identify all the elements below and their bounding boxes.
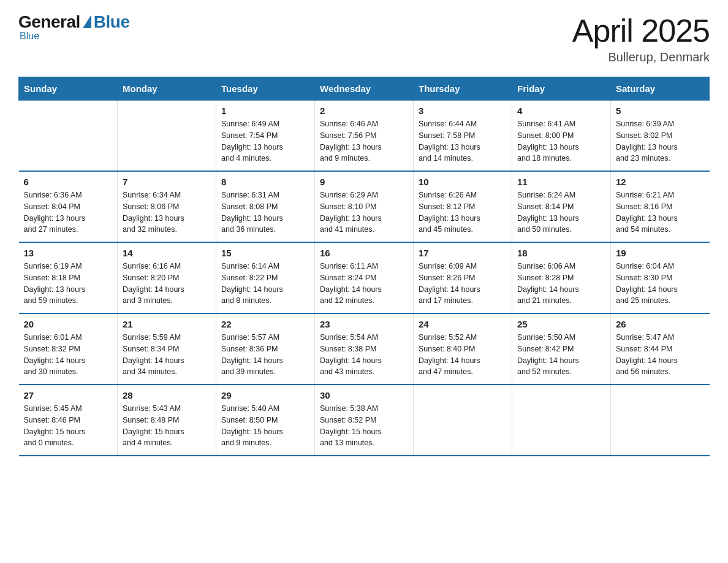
calendar-cell: 11Sunrise: 6:24 AM Sunset: 8:14 PM Dayli… [512, 171, 611, 242]
day-number: 29 [221, 390, 309, 400]
day-number: 3 [419, 105, 507, 116]
day-header-monday: Monday [118, 77, 216, 101]
day-header-friday: Friday [512, 77, 611, 101]
calendar-cell: 4Sunrise: 6:41 AM Sunset: 8:00 PM Daylig… [512, 101, 611, 172]
day-number: 10 [419, 177, 507, 187]
calendar-cell: 6Sunrise: 6:36 AM Sunset: 8:04 PM Daylig… [19, 171, 118, 242]
logo-line2-text: Blue [20, 31, 39, 42]
calendar-cell: 3Sunrise: 6:44 AM Sunset: 7:58 PM Daylig… [414, 101, 512, 172]
day-info: Sunrise: 5:59 AM Sunset: 8:34 PM Dayligh… [123, 332, 211, 378]
day-info: Sunrise: 6:39 AM Sunset: 8:02 PM Dayligh… [616, 118, 705, 164]
day-number: 17 [419, 248, 507, 258]
calendar-cell: 18Sunrise: 6:06 AM Sunset: 8:28 PM Dayli… [512, 242, 611, 313]
day-number: 12 [616, 177, 705, 187]
calendar-cell: 28Sunrise: 5:43 AM Sunset: 8:48 PM Dayli… [118, 385, 216, 456]
day-number: 30 [320, 390, 408, 400]
logo: General Blue Blue [18, 12, 129, 42]
day-number: 24 [419, 319, 507, 329]
calendar-cell: 14Sunrise: 6:16 AM Sunset: 8:20 PM Dayli… [118, 242, 216, 313]
day-info: Sunrise: 6:01 AM Sunset: 8:32 PM Dayligh… [24, 332, 113, 378]
calendar-cell [512, 385, 611, 456]
day-number: 18 [517, 248, 605, 258]
calendar-cell [611, 385, 710, 456]
calendar-cell: 17Sunrise: 6:09 AM Sunset: 8:26 PM Dayli… [414, 242, 512, 313]
day-info: Sunrise: 5:50 AM Sunset: 8:42 PM Dayligh… [517, 332, 605, 378]
calendar-cell [118, 101, 216, 172]
day-info: Sunrise: 6:09 AM Sunset: 8:26 PM Dayligh… [419, 261, 507, 307]
day-info: Sunrise: 6:21 AM Sunset: 8:16 PM Dayligh… [616, 190, 705, 236]
day-number: 8 [221, 177, 309, 187]
day-info: Sunrise: 6:26 AM Sunset: 8:12 PM Dayligh… [419, 190, 507, 236]
calendar-cell: 13Sunrise: 6:19 AM Sunset: 8:18 PM Dayli… [19, 242, 118, 313]
day-number: 26 [616, 319, 705, 329]
calendar-week-row: 27Sunrise: 5:45 AM Sunset: 8:46 PM Dayli… [19, 385, 710, 456]
day-info: Sunrise: 5:52 AM Sunset: 8:40 PM Dayligh… [419, 332, 507, 378]
day-info: Sunrise: 5:43 AM Sunset: 8:48 PM Dayligh… [123, 403, 211, 449]
day-header-thursday: Thursday [414, 77, 512, 101]
day-number: 11 [517, 177, 605, 187]
calendar-cell: 22Sunrise: 5:57 AM Sunset: 8:36 PM Dayli… [216, 313, 315, 385]
day-number: 6 [24, 177, 113, 187]
calendar-cell: 8Sunrise: 6:31 AM Sunset: 8:08 PM Daylig… [216, 171, 315, 242]
day-header-saturday: Saturday [611, 77, 710, 101]
calendar-cell: 29Sunrise: 5:40 AM Sunset: 8:50 PM Dayli… [216, 385, 315, 456]
day-info: Sunrise: 6:44 AM Sunset: 7:58 PM Dayligh… [419, 118, 507, 164]
day-number: 23 [320, 319, 408, 329]
calendar-header-row: SundayMondayTuesdayWednesdayThursdayFrid… [19, 77, 710, 101]
calendar-cell: 30Sunrise: 5:38 AM Sunset: 8:52 PM Dayli… [315, 385, 414, 456]
day-info: Sunrise: 6:49 AM Sunset: 7:54 PM Dayligh… [221, 118, 309, 164]
calendar-cell: 27Sunrise: 5:45 AM Sunset: 8:46 PM Dayli… [19, 385, 118, 456]
calendar-cell: 23Sunrise: 5:54 AM Sunset: 8:38 PM Dayli… [315, 313, 414, 385]
day-number: 21 [123, 319, 211, 329]
calendar-cell: 19Sunrise: 6:04 AM Sunset: 8:30 PM Dayli… [611, 242, 710, 313]
calendar-cell: 15Sunrise: 6:14 AM Sunset: 8:22 PM Dayli… [216, 242, 315, 313]
day-info: Sunrise: 6:29 AM Sunset: 8:10 PM Dayligh… [320, 190, 408, 236]
calendar-cell: 2Sunrise: 6:46 AM Sunset: 7:56 PM Daylig… [315, 101, 414, 172]
day-info: Sunrise: 6:36 AM Sunset: 8:04 PM Dayligh… [24, 190, 113, 236]
calendar-cell: 12Sunrise: 6:21 AM Sunset: 8:16 PM Dayli… [611, 171, 710, 242]
calendar-table: SundayMondayTuesdayWednesdayThursdayFrid… [18, 77, 710, 456]
day-info: Sunrise: 6:06 AM Sunset: 8:28 PM Dayligh… [517, 261, 605, 307]
day-info: Sunrise: 6:19 AM Sunset: 8:18 PM Dayligh… [24, 261, 113, 307]
calendar-cell [414, 385, 512, 456]
calendar-week-row: 13Sunrise: 6:19 AM Sunset: 8:18 PM Dayli… [19, 242, 710, 313]
day-header-sunday: Sunday [19, 77, 118, 101]
day-info: Sunrise: 6:46 AM Sunset: 7:56 PM Dayligh… [320, 118, 408, 164]
day-number: 15 [221, 248, 309, 258]
day-number: 22 [221, 319, 309, 329]
main-title: April 2025 [572, 12, 710, 49]
calendar-cell: 1Sunrise: 6:49 AM Sunset: 7:54 PM Daylig… [216, 101, 315, 172]
page-header: General Blue Blue April 2025 Bullerup, D… [18, 12, 710, 64]
day-number: 1 [221, 105, 309, 116]
calendar-cell: 16Sunrise: 6:11 AM Sunset: 8:24 PM Dayli… [315, 242, 414, 313]
day-info: Sunrise: 5:57 AM Sunset: 8:36 PM Dayligh… [221, 332, 309, 378]
logo-general-text: General [18, 12, 80, 32]
day-number: 4 [517, 105, 605, 116]
day-info: Sunrise: 6:24 AM Sunset: 8:14 PM Dayligh… [517, 190, 605, 236]
day-number: 7 [123, 177, 211, 187]
day-header-wednesday: Wednesday [315, 77, 414, 101]
day-info: Sunrise: 6:31 AM Sunset: 8:08 PM Dayligh… [221, 190, 309, 236]
subtitle: Bullerup, Denmark [572, 50, 710, 64]
calendar-cell: 20Sunrise: 6:01 AM Sunset: 8:32 PM Dayli… [19, 313, 118, 385]
day-info: Sunrise: 6:16 AM Sunset: 8:20 PM Dayligh… [123, 261, 211, 307]
day-header-tuesday: Tuesday [216, 77, 315, 101]
day-info: Sunrise: 5:47 AM Sunset: 8:44 PM Dayligh… [616, 332, 705, 378]
day-number: 2 [320, 105, 408, 116]
title-block: April 2025 Bullerup, Denmark [572, 12, 710, 64]
day-number: 25 [517, 319, 605, 329]
day-number: 5 [616, 105, 705, 116]
day-info: Sunrise: 5:38 AM Sunset: 8:52 PM Dayligh… [320, 403, 408, 449]
calendar-cell: 10Sunrise: 6:26 AM Sunset: 8:12 PM Dayli… [414, 171, 512, 242]
calendar-cell [19, 101, 118, 172]
day-number: 28 [123, 390, 211, 400]
calendar-cell: 9Sunrise: 6:29 AM Sunset: 8:10 PM Daylig… [315, 171, 414, 242]
calendar-cell: 21Sunrise: 5:59 AM Sunset: 8:34 PM Dayli… [118, 313, 216, 385]
day-info: Sunrise: 5:40 AM Sunset: 8:50 PM Dayligh… [221, 403, 309, 449]
day-info: Sunrise: 6:14 AM Sunset: 8:22 PM Dayligh… [221, 261, 309, 307]
day-info: Sunrise: 5:54 AM Sunset: 8:38 PM Dayligh… [320, 332, 408, 378]
day-info: Sunrise: 6:34 AM Sunset: 8:06 PM Dayligh… [123, 190, 211, 236]
day-info: Sunrise: 6:41 AM Sunset: 8:00 PM Dayligh… [517, 118, 605, 164]
logo-triangle-icon [83, 15, 91, 28]
day-number: 9 [320, 177, 408, 187]
